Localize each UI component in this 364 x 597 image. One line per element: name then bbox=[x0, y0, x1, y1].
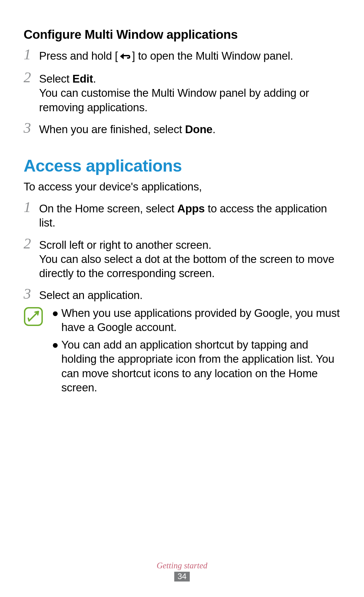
page-footer: Getting started 34 bbox=[0, 561, 364, 581]
bullet-dot-icon: ● bbox=[52, 306, 61, 334]
step-number: 1 bbox=[24, 47, 39, 62]
step-row: 1 On the Home screen, select Apps to acc… bbox=[24, 200, 340, 230]
step-body: Select Edit. You can customise the Multi… bbox=[39, 70, 340, 115]
step-row: 1 Press and hold [] to open the Multi Wi… bbox=[24, 47, 340, 64]
step-number: 2 bbox=[24, 70, 39, 85]
step-number: 3 bbox=[24, 121, 39, 136]
step-text: Select an application. bbox=[39, 288, 143, 302]
section-title-access: Access applications bbox=[24, 156, 340, 176]
step-text: On the Home screen, select bbox=[39, 202, 177, 215]
step-text: Press and hold [ bbox=[39, 50, 118, 62]
note-list: ● When you use applications provided by … bbox=[52, 306, 340, 398]
bullet-dot-icon: ● bbox=[52, 338, 61, 395]
footer-section-name: Getting started bbox=[0, 561, 364, 570]
page-number: 34 bbox=[174, 572, 190, 581]
step-row: 3 When you are finished, select Done. bbox=[24, 121, 340, 137]
note-bullet: ● You can add an application shortcut by… bbox=[52, 338, 340, 395]
step-body: Select an application. bbox=[39, 287, 143, 302]
step-body: When you are finished, select Done. bbox=[39, 121, 215, 137]
step-text: Scroll left or right to another screen. bbox=[39, 238, 340, 252]
step-text-bold: Edit bbox=[72, 72, 93, 85]
note-icon bbox=[24, 306, 52, 328]
step-body: Scroll left or right to another screen. … bbox=[39, 236, 340, 281]
subheading-configure: Configure Multi Window applications bbox=[24, 28, 340, 42]
step-row: 2 Scroll left or right to another screen… bbox=[24, 236, 340, 281]
note-bullet: ● When you use applications provided by … bbox=[52, 306, 340, 334]
step-text: . bbox=[212, 123, 215, 136]
step-text: Select bbox=[39, 72, 72, 85]
step-text: ] to open the Multi Window panel. bbox=[132, 50, 293, 62]
note-text: When you use applications provided by Go… bbox=[61, 306, 340, 334]
step-text: When you are finished, select bbox=[39, 123, 185, 136]
step-text-bold: Apps bbox=[177, 202, 205, 215]
step-number: 3 bbox=[24, 287, 39, 301]
step-text: You can also select a dot at the bottom … bbox=[39, 252, 340, 280]
intro-text: To access your device's applications, bbox=[24, 180, 340, 193]
step-row: 2 Select Edit. You can customise the Mul… bbox=[24, 70, 340, 115]
step-body: Press and hold [] to open the Multi Wind… bbox=[39, 47, 293, 64]
note-block: ● When you use applications provided by … bbox=[24, 306, 340, 398]
step-row: 3 Select an application. bbox=[24, 287, 340, 302]
step-number: 1 bbox=[24, 200, 39, 215]
step-body: On the Home screen, select Apps to acces… bbox=[39, 200, 340, 230]
step-number: 2 bbox=[24, 236, 39, 251]
step-text: You can customise the Multi Window panel… bbox=[39, 86, 340, 114]
manual-page: Configure Multi Window applications 1 Pr… bbox=[0, 0, 364, 398]
note-text: You can add an application shortcut by t… bbox=[61, 338, 340, 395]
back-arrow-icon bbox=[118, 50, 132, 64]
step-text-bold: Done bbox=[185, 123, 212, 136]
step-text: . bbox=[93, 72, 96, 85]
